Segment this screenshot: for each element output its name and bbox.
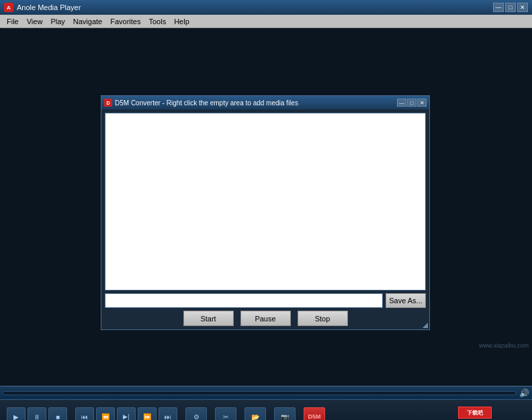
app-title: Anole Media Player — [17, 3, 493, 11]
stop-button[interactable]: ■ — [48, 407, 67, 420]
snapshot-icon: 📷 — [281, 413, 289, 421]
dsm-restore-button[interactable]: □ — [407, 99, 416, 107]
settings-icon: ⚙ — [193, 413, 200, 421]
dsm-extra-icon: D5M — [308, 413, 320, 420]
site-badge: 下载吧 — [458, 407, 492, 419]
controls-bar: ▶ ⏸ ■ ⏮ ⏪ ▶| ⏩ ⏭ ⚙ ✂ 📂 📷 D5M 下载吧 — [0, 399, 532, 420]
menu-file[interactable]: File — [3, 16, 23, 27]
open-icon: 📂 — [251, 413, 259, 421]
volume-icon: 🔊 — [519, 388, 529, 399]
dsm-pause-button[interactable]: Pause — [240, 311, 291, 326]
forward-frame-button[interactable]: ▶| — [117, 407, 136, 420]
fast-forward-icon: ⏩ — [143, 413, 151, 421]
dsm-title-bar: D D5M Converter - Right click the empty … — [101, 96, 429, 109]
pause-icon: ⏸ — [34, 413, 40, 421]
stop-icon: ■ — [56, 413, 60, 421]
play-button[interactable]: ▶ — [7, 407, 26, 420]
dsm-resize-handle[interactable] — [421, 321, 429, 329]
site-badge-text: 下载吧 — [467, 409, 483, 417]
maximize-button[interactable]: □ — [505, 3, 516, 12]
prev-chapter-icon: ⏮ — [81, 413, 88, 421]
dsm-save-as-button[interactable]: Save As... — [386, 293, 426, 308]
dsm-icon: D — [104, 99, 112, 107]
menu-favorites[interactable]: Favorites — [106, 16, 144, 27]
snapshot-button[interactable]: 📷 — [274, 407, 296, 420]
dsm-stop-button[interactable]: Stop — [298, 311, 348, 326]
rewind-button[interactable]: ⏪ — [96, 407, 115, 420]
title-bar: A Anole Media Player — □ ✕ — [0, 0, 532, 15]
dsm-window-controls: — □ ✕ — [397, 99, 427, 107]
dsm-bottom-controls: Save As... Start Pause Stop — [105, 293, 426, 326]
minimize-button[interactable]: — — [493, 3, 504, 12]
close-button[interactable]: ✕ — [517, 3, 528, 12]
menu-view[interactable]: View — [23, 16, 47, 27]
dsm-path-row: Save As... — [105, 293, 426, 308]
menu-bar: File View Play Navigate Favorites Tools … — [0, 15, 532, 28]
watermark: www.xiazaibu.com — [479, 342, 529, 349]
menu-tools[interactable]: Tools — [144, 16, 170, 27]
menu-play[interactable]: Play — [46, 16, 69, 27]
play-icon: ▶ — [13, 413, 19, 421]
dsm-action-buttons: Start Pause Stop — [105, 311, 426, 326]
settings-button[interactable]: ⚙ — [185, 407, 207, 420]
fast-forward-button[interactable]: ⏩ — [138, 407, 157, 420]
dsm-minimize-button[interactable]: — — [397, 99, 406, 107]
dsm-content: Save As... Start Pause Stop — [101, 109, 429, 329]
status-bar: 🔊 — [0, 386, 532, 399]
dsm-start-button[interactable]: Start — [183, 311, 234, 326]
dsm-output-path-input[interactable] — [105, 293, 383, 308]
forward-frame-icon: ▶| — [123, 413, 129, 420]
menu-navigate[interactable]: Navigate — [69, 16, 106, 27]
dsm-dialog-title: D5M Converter - Right click the empty ar… — [115, 99, 397, 107]
cut-icon: ✂ — [223, 413, 228, 421]
cut-button[interactable]: ✂ — [215, 407, 236, 420]
window-controls: — □ ✕ — [493, 3, 528, 12]
dsm-converter-dialog: D D5M Converter - Right click the empty … — [101, 95, 430, 330]
prev-chapter-button[interactable]: ⏮ — [75, 407, 94, 420]
open-file-button[interactable]: 📂 — [245, 407, 266, 420]
next-chapter-icon: ⏭ — [165, 413, 171, 421]
next-chapter-button[interactable]: ⏭ — [159, 407, 177, 420]
menu-help[interactable]: Help — [170, 16, 193, 27]
dsm-extra-button[interactable]: D5M — [304, 407, 325, 420]
rewind-icon: ⏪ — [101, 413, 109, 421]
app-icon: A — [4, 3, 13, 12]
pause-button[interactable]: ⏸ — [28, 407, 46, 420]
main-area: D D5M Converter - Right click the empty … — [0, 28, 532, 386]
dsm-close-button[interactable]: ✕ — [417, 99, 427, 107]
progress-track[interactable] — [3, 391, 516, 395]
dsm-file-list[interactable] — [105, 113, 426, 291]
